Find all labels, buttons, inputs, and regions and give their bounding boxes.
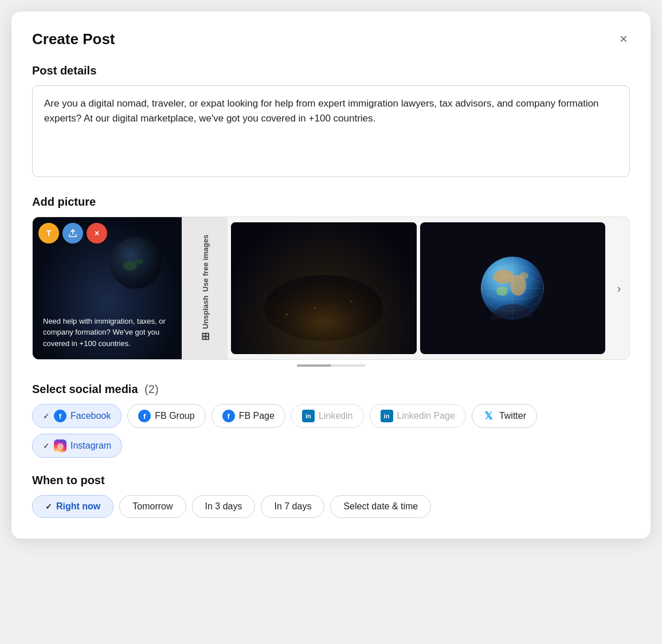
modal-title: Create Post	[32, 30, 115, 48]
linkedin-icon: in	[302, 410, 315, 422]
add-picture-section: Add picture	[32, 195, 630, 367]
scrollbar-track	[297, 364, 366, 367]
image-grid	[228, 217, 609, 359]
when-btn-tomorrow[interactable]: Tomorrow	[119, 495, 186, 518]
image-action-buttons: T ×	[38, 223, 107, 244]
facebook-icon: f	[54, 410, 66, 422]
selected-image-overlay-text: Need help with immigration, taxes, or co…	[43, 316, 171, 350]
add-picture-label: Add picture	[32, 195, 630, 209]
svg-point-4	[264, 275, 383, 341]
svg-point-2	[134, 259, 143, 265]
when-buttons-row: ✓ Right now Tomorrow In 3 days In 7 days…	[32, 495, 630, 518]
when-to-post-section: When to post ✓ Right now Tomorrow In 3 d…	[32, 474, 630, 518]
linkedin-label: Linkedin	[319, 411, 353, 421]
next-arrow-button[interactable]: ›	[609, 217, 629, 359]
right-now-label: Right now	[56, 501, 100, 512]
social-btn-instagram[interactable]: ✓ ◎ Instagram	[32, 434, 122, 458]
earth-graphic-icon	[107, 234, 164, 292]
when-btn-right-now[interactable]: ✓ Right now	[32, 495, 113, 518]
unsplash-icon: ⊞	[199, 333, 211, 341]
social-btn-fb-page[interactable]: f FB Page	[211, 404, 285, 428]
fb-page-icon: f	[222, 410, 235, 422]
create-post-modal: Create Post × Post details Add picture	[11, 11, 651, 539]
twitter-icon: 𝕏	[483, 410, 495, 422]
instagram-icon: ◎	[54, 439, 66, 452]
fb-group-label: FB Group	[155, 411, 194, 421]
social-btn-fb-group[interactable]: f FB Group	[127, 404, 205, 428]
unsplash-text: Unsplash	[201, 296, 209, 329]
modal-header: Create Post ×	[32, 30, 630, 48]
close-button[interactable]: ×	[617, 30, 630, 48]
upload-button[interactable]	[62, 223, 83, 244]
linkedin-page-icon: in	[381, 410, 393, 422]
globe-svg	[478, 254, 547, 323]
social-btn-linkedin-page[interactable]: in Linkedin Page	[370, 404, 466, 428]
when-btn-3-days[interactable]: In 3 days	[192, 495, 256, 518]
unsplash-label: ⊞ Unsplash Use free images	[199, 235, 211, 341]
post-details-label: Post details	[32, 64, 630, 77]
unsplash-panel[interactable]: ⊞ Unsplash Use free images	[182, 217, 228, 359]
twitter-label: Twitter	[499, 411, 526, 421]
checkmark-icon-ig: ✓	[43, 441, 50, 450]
tomorrow-label: Tomorrow	[132, 501, 173, 512]
linkedin-page-label: Linkedin Page	[397, 411, 455, 421]
delete-image-button[interactable]: ×	[87, 223, 107, 244]
checkmark-icon: ✓	[43, 411, 50, 421]
social-btn-linkedin[interactable]: in Linkedin	[291, 404, 364, 428]
scrollbar-indicator	[32, 364, 630, 367]
picture-row: T × Need help with immigration, taxes, o…	[32, 217, 630, 360]
image-thumb-globe[interactable]	[420, 222, 606, 354]
image-thumb-city[interactable]	[231, 222, 417, 354]
7-days-label: In 7 days	[274, 501, 311, 512]
social-btn-twitter[interactable]: 𝕏 Twitter	[472, 404, 537, 428]
when-btn-7-days[interactable]: In 7 days	[261, 495, 324, 518]
facebook-label: Facebook	[70, 411, 111, 421]
unsplash-subtext: Use free images	[201, 235, 209, 292]
selected-image: T × Need help with immigration, taxes, o…	[33, 217, 182, 359]
social-buttons-row: ✓ f Facebook f FB Group f FB Page in Lin…	[32, 404, 630, 458]
when-to-post-label: When to post	[32, 474, 630, 487]
instagram-label: Instagram	[70, 441, 111, 451]
3-days-label: In 3 days	[205, 501, 242, 512]
fb-page-label: FB Page	[239, 411, 275, 421]
when-btn-select-date[interactable]: Select date & time	[330, 495, 431, 518]
svg-point-8	[496, 286, 508, 296]
text-overlay-button[interactable]: T	[38, 223, 59, 244]
social-media-section: Select social media (2) ✓ f Facebook f F…	[32, 383, 630, 458]
scrollbar-thumb	[297, 364, 331, 367]
fb-group-icon: f	[138, 410, 151, 422]
selected-image-wrap: T × Need help with immigration, taxes, o…	[33, 217, 182, 359]
right-now-checkmark: ✓	[45, 502, 52, 511]
post-text-area[interactable]	[32, 85, 630, 177]
social-btn-facebook[interactable]: ✓ f Facebook	[32, 404, 122, 428]
select-date-label: Select date & time	[343, 501, 418, 512]
social-media-label: Select social media (2)	[32, 383, 630, 396]
